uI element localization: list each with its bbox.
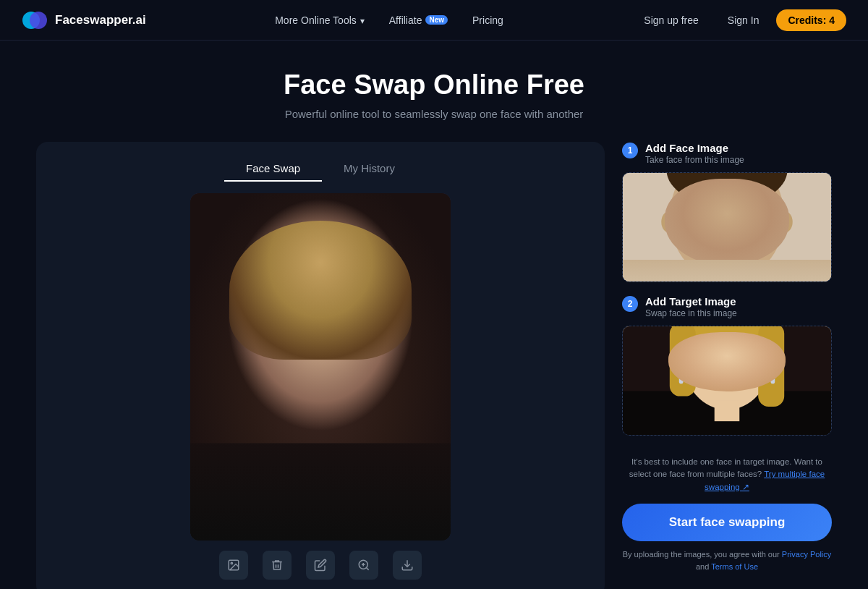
svg-point-11	[670, 173, 784, 281]
svg-point-35	[770, 367, 776, 373]
tab-bar: Face Swap My History	[51, 156, 590, 182]
start-face-swap-button[interactable]: Start face swapping	[622, 504, 832, 541]
svg-point-30	[736, 349, 752, 360]
section-2-desc: Swap face in this image	[645, 308, 737, 318]
face-image-2-upload[interactable]	[622, 326, 832, 436]
logo-text: Faceswapper.ai	[55, 13, 146, 27]
svg-rect-13	[708, 263, 746, 281]
section-1-title: Add Face Image	[645, 142, 744, 154]
svg-point-15	[701, 204, 715, 214]
svg-point-21	[778, 211, 793, 232]
face-swap-result	[190, 193, 451, 541]
section-1-info: Add Face Image Take face from this image	[645, 142, 744, 165]
svg-point-17	[705, 205, 712, 213]
svg-point-20	[661, 211, 676, 232]
chevron-down-icon	[360, 14, 365, 26]
terms-text: By uploading the images, you agree with …	[622, 548, 832, 574]
face-image-2-preview	[623, 326, 831, 435]
zoom-toolbar-button[interactable]	[349, 551, 378, 580]
terms-of-use-link[interactable]: Terms of Use	[711, 562, 758, 571]
svg-rect-28	[715, 400, 740, 421]
svg-rect-36	[770, 373, 775, 384]
page-subtitle: Powerful online tool to seamlessly swap …	[285, 108, 584, 120]
upload-toolbar-button[interactable]	[219, 551, 248, 580]
pricing-nav[interactable]: Pricing	[462, 10, 514, 30]
right-panel: 1 Add Face Image Take face from this ima…	[622, 142, 832, 589]
edit-toolbar-button[interactable]	[306, 551, 335, 580]
face-image-1-upload[interactable]	[622, 172, 832, 282]
svg-line-5	[366, 567, 368, 569]
svg-point-18	[742, 205, 749, 213]
main-content: Face Swap Online Free Powerful online to…	[0, 41, 868, 589]
result-image-container	[190, 193, 451, 541]
svg-point-38	[767, 359, 777, 376]
svg-point-1	[30, 12, 47, 29]
logo-icon	[22, 7, 48, 33]
header: Faceswapper.ai More Online Tools Affilia…	[0, 0, 868, 41]
svg-point-31	[706, 350, 715, 359]
section-1-header: 1 Add Face Image Take face from this ima…	[622, 142, 832, 165]
step-2-badge: 2	[622, 296, 638, 312]
delete-toolbar-button[interactable]	[263, 551, 292, 580]
face-section-2: 2 Add Target Image Swap face in this ima…	[622, 295, 832, 436]
more-online-tools-nav[interactable]: More Online Tools	[265, 10, 375, 30]
section-2-info: Add Target Image Swap face in this image	[645, 295, 737, 318]
signup-button[interactable]: Sign up free	[632, 9, 710, 31]
left-panel: Face Swap My History	[36, 142, 605, 589]
nav-right: Sign up free Sign In Credits: 4	[632, 9, 846, 31]
face-image-1-preview	[623, 173, 831, 281]
hint-text: It's best to include one face in target …	[622, 449, 832, 501]
section-2-title: Add Target Image	[645, 295, 737, 308]
svg-point-33	[678, 367, 684, 373]
privacy-policy-link[interactable]: Privacy Policy	[782, 550, 831, 559]
tab-face-swap[interactable]: Face Swap	[224, 156, 322, 182]
svg-rect-27	[758, 326, 784, 407]
image-toolbar	[51, 541, 590, 582]
svg-point-19	[698, 234, 757, 263]
face-section-1: 1 Add Face Image Take face from this ima…	[622, 142, 832, 282]
tool-area: Face Swap My History	[36, 142, 832, 589]
svg-point-37	[677, 359, 687, 376]
credits-button[interactable]: Credits: 4	[776, 9, 846, 31]
svg-point-12	[666, 173, 787, 206]
svg-rect-26	[670, 326, 696, 397]
svg-point-32	[739, 350, 748, 359]
svg-point-3	[231, 562, 232, 564]
result-image	[190, 193, 451, 541]
svg-rect-10	[623, 173, 831, 281]
section-1-desc: Take face from this image	[645, 155, 744, 165]
svg-point-16	[739, 204, 753, 214]
tab-my-history[interactable]: My History	[322, 156, 417, 182]
svg-point-29	[702, 349, 718, 360]
affiliate-nav[interactable]: Affiliate New	[379, 10, 458, 30]
step-1-badge: 1	[622, 143, 638, 158]
page-title: Face Swap Online Free	[284, 69, 584, 101]
signin-button[interactable]: Sign In	[716, 9, 771, 31]
svg-rect-34	[679, 373, 684, 384]
logo[interactable]: Faceswapper.ai	[22, 7, 146, 33]
nav-links: More Online Tools Affiliate New Pricing	[265, 10, 514, 30]
section-2-header: 2 Add Target Image Swap face in this ima…	[622, 295, 832, 318]
download-toolbar-button[interactable]	[393, 551, 422, 580]
